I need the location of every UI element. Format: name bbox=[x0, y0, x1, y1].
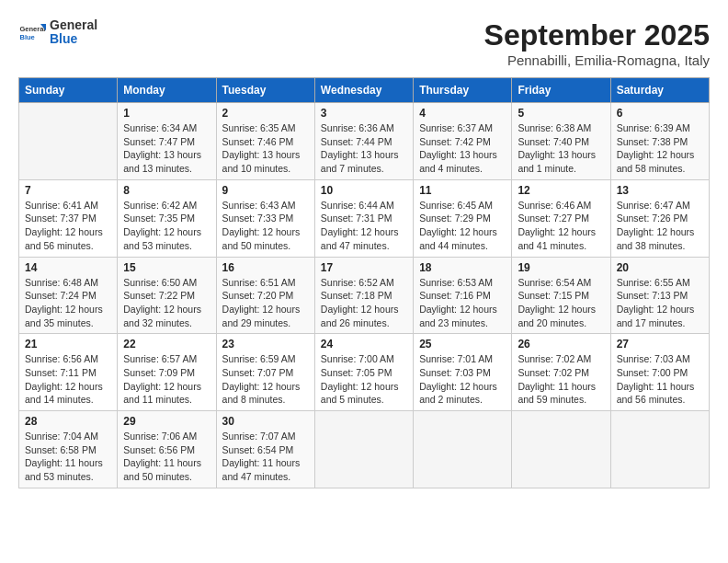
calendar-cell: 17Sunrise: 6:52 AM Sunset: 7:18 PM Dayli… bbox=[314, 257, 413, 334]
calendar-cell: 25Sunrise: 7:01 AM Sunset: 7:03 PM Dayli… bbox=[414, 334, 512, 411]
day-number: 12 bbox=[518, 184, 604, 197]
day-number: 19 bbox=[518, 261, 604, 274]
day-info: Sunrise: 7:06 AM Sunset: 6:56 PM Dayligh… bbox=[123, 430, 210, 484]
calendar-cell: 6Sunrise: 6:39 AM Sunset: 7:38 PM Daylig… bbox=[610, 103, 709, 180]
day-number: 1 bbox=[123, 107, 210, 120]
calendar-cell: 26Sunrise: 7:02 AM Sunset: 7:02 PM Dayli… bbox=[512, 334, 610, 411]
day-number: 20 bbox=[617, 261, 703, 274]
day-info: Sunrise: 6:57 AM Sunset: 7:09 PM Dayligh… bbox=[123, 352, 210, 407]
calendar-cell bbox=[512, 411, 610, 488]
day-info: Sunrise: 6:47 AM Sunset: 7:26 PM Dayligh… bbox=[617, 199, 703, 253]
day-number: 25 bbox=[419, 338, 506, 350]
month-title: September 2025 bbox=[484, 18, 710, 52]
day-info: Sunrise: 6:41 AM Sunset: 7:37 PM Dayligh… bbox=[25, 199, 111, 253]
calendar-cell: 19Sunrise: 6:54 AM Sunset: 7:15 PM Dayli… bbox=[512, 257, 610, 334]
week-row-2: 7Sunrise: 6:41 AM Sunset: 7:37 PM Daylig… bbox=[19, 179, 710, 257]
calendar-cell: 27Sunrise: 7:03 AM Sunset: 7:00 PM Dayli… bbox=[610, 334, 709, 411]
calendar-cell: 13Sunrise: 6:47 AM Sunset: 7:26 PM Dayli… bbox=[610, 179, 709, 257]
day-number: 29 bbox=[123, 415, 210, 428]
day-info: Sunrise: 7:01 AM Sunset: 7:03 PM Dayligh… bbox=[419, 352, 506, 407]
calendar-cell: 8Sunrise: 6:42 AM Sunset: 7:35 PM Daylig… bbox=[118, 179, 216, 257]
day-info: Sunrise: 6:39 AM Sunset: 7:38 PM Dayligh… bbox=[617, 121, 703, 176]
day-number: 26 bbox=[518, 338, 604, 350]
day-info: Sunrise: 6:54 AM Sunset: 7:15 PM Dayligh… bbox=[518, 276, 604, 330]
day-info: Sunrise: 6:50 AM Sunset: 7:22 PM Dayligh… bbox=[123, 276, 210, 330]
title-block: September 2025 Pennabilli, Emilia-Romagn… bbox=[484, 18, 710, 68]
week-row-1: 1Sunrise: 6:34 AM Sunset: 7:47 PM Daylig… bbox=[19, 103, 710, 180]
calendar-cell: 5Sunrise: 6:38 AM Sunset: 7:40 PM Daylig… bbox=[512, 103, 610, 180]
logo-general-text: General bbox=[50, 18, 97, 32]
calendar-cell: 24Sunrise: 7:00 AM Sunset: 7:05 PM Dayli… bbox=[314, 334, 413, 411]
day-info: Sunrise: 6:43 AM Sunset: 7:33 PM Dayligh… bbox=[222, 199, 309, 253]
day-number: 2 bbox=[222, 107, 309, 120]
day-info: Sunrise: 6:52 AM Sunset: 7:18 PM Dayligh… bbox=[321, 276, 407, 330]
calendar-cell: 20Sunrise: 6:55 AM Sunset: 7:13 PM Dayli… bbox=[610, 257, 709, 334]
calendar-cell: 1Sunrise: 6:34 AM Sunset: 7:47 PM Daylig… bbox=[118, 103, 216, 180]
day-number: 5 bbox=[518, 107, 604, 120]
week-row-3: 14Sunrise: 6:48 AM Sunset: 7:24 PM Dayli… bbox=[19, 257, 710, 334]
day-number: 22 bbox=[123, 338, 210, 350]
day-info: Sunrise: 6:34 AM Sunset: 7:47 PM Dayligh… bbox=[123, 121, 210, 176]
day-info: Sunrise: 6:36 AM Sunset: 7:44 PM Dayligh… bbox=[321, 121, 407, 176]
calendar-cell: 14Sunrise: 6:48 AM Sunset: 7:24 PM Dayli… bbox=[19, 257, 118, 334]
calendar-cell: 15Sunrise: 6:50 AM Sunset: 7:22 PM Dayli… bbox=[118, 257, 216, 334]
calendar-cell: 12Sunrise: 6:46 AM Sunset: 7:27 PM Dayli… bbox=[512, 179, 610, 257]
calendar-cell bbox=[314, 411, 413, 488]
day-info: Sunrise: 6:42 AM Sunset: 7:35 PM Dayligh… bbox=[123, 199, 210, 253]
day-info: Sunrise: 7:03 AM Sunset: 7:00 PM Dayligh… bbox=[617, 352, 703, 407]
day-number: 3 bbox=[321, 107, 407, 120]
day-info: Sunrise: 6:35 AM Sunset: 7:46 PM Dayligh… bbox=[222, 121, 309, 176]
day-number: 13 bbox=[617, 184, 703, 197]
calendar-cell: 10Sunrise: 6:44 AM Sunset: 7:31 PM Dayli… bbox=[314, 179, 413, 257]
day-number: 27 bbox=[617, 338, 703, 350]
calendar-cell: 7Sunrise: 6:41 AM Sunset: 7:37 PM Daylig… bbox=[19, 179, 118, 257]
day-info: Sunrise: 7:00 AM Sunset: 7:05 PM Dayligh… bbox=[321, 352, 407, 407]
day-info: Sunrise: 6:51 AM Sunset: 7:20 PM Dayligh… bbox=[222, 276, 309, 330]
svg-text:General: General bbox=[20, 25, 46, 33]
day-info: Sunrise: 6:46 AM Sunset: 7:27 PM Dayligh… bbox=[518, 199, 604, 253]
day-number: 8 bbox=[123, 184, 210, 197]
week-row-5: 28Sunrise: 7:04 AM Sunset: 6:58 PM Dayli… bbox=[19, 411, 710, 488]
calendar-cell bbox=[610, 411, 709, 488]
day-info: Sunrise: 6:45 AM Sunset: 7:29 PM Dayligh… bbox=[419, 199, 506, 253]
calendar-cell: 4Sunrise: 6:37 AM Sunset: 7:42 PM Daylig… bbox=[414, 103, 512, 180]
day-number: 23 bbox=[222, 338, 309, 350]
day-info: Sunrise: 7:02 AM Sunset: 7:02 PM Dayligh… bbox=[518, 352, 604, 407]
day-info: Sunrise: 6:44 AM Sunset: 7:31 PM Dayligh… bbox=[321, 199, 407, 253]
logo-icon: General Blue bbox=[18, 18, 46, 46]
day-info: Sunrise: 6:38 AM Sunset: 7:40 PM Dayligh… bbox=[518, 121, 604, 176]
day-number: 10 bbox=[321, 184, 407, 197]
day-number: 24 bbox=[321, 338, 407, 350]
weekday-header-monday: Monday bbox=[118, 78, 216, 103]
calendar-cell: 28Sunrise: 7:04 AM Sunset: 6:58 PM Dayli… bbox=[19, 411, 118, 488]
day-info: Sunrise: 6:59 AM Sunset: 7:07 PM Dayligh… bbox=[222, 352, 309, 407]
calendar-cell: 11Sunrise: 6:45 AM Sunset: 7:29 PM Dayli… bbox=[414, 179, 512, 257]
day-number: 17 bbox=[321, 261, 407, 274]
page-header: General Blue General Blue September 2025… bbox=[18, 18, 710, 68]
calendar-cell bbox=[19, 103, 118, 180]
calendar-cell: 3Sunrise: 6:36 AM Sunset: 7:44 PM Daylig… bbox=[314, 103, 413, 180]
day-number: 14 bbox=[25, 261, 111, 274]
day-number: 28 bbox=[25, 415, 111, 428]
day-number: 9 bbox=[222, 184, 309, 197]
svg-text:Blue: Blue bbox=[20, 33, 35, 41]
weekday-header-wednesday: Wednesday bbox=[314, 78, 413, 103]
weekday-header-friday: Friday bbox=[512, 78, 610, 103]
day-number: 21 bbox=[25, 338, 111, 350]
day-info: Sunrise: 7:04 AM Sunset: 6:58 PM Dayligh… bbox=[25, 430, 111, 484]
day-number: 16 bbox=[222, 261, 309, 274]
weekday-header-sunday: Sunday bbox=[19, 78, 118, 103]
day-info: Sunrise: 6:55 AM Sunset: 7:13 PM Dayligh… bbox=[617, 276, 703, 330]
week-row-4: 21Sunrise: 6:56 AM Sunset: 7:11 PM Dayli… bbox=[19, 334, 710, 411]
day-info: Sunrise: 6:37 AM Sunset: 7:42 PM Dayligh… bbox=[419, 121, 506, 176]
calendar-cell: 2Sunrise: 6:35 AM Sunset: 7:46 PM Daylig… bbox=[216, 103, 314, 180]
day-number: 11 bbox=[419, 184, 506, 197]
day-info: Sunrise: 6:56 AM Sunset: 7:11 PM Dayligh… bbox=[25, 352, 111, 407]
calendar-cell: 29Sunrise: 7:06 AM Sunset: 6:56 PM Dayli… bbox=[118, 411, 216, 488]
weekday-header-thursday: Thursday bbox=[414, 78, 512, 103]
calendar-table: SundayMondayTuesdayWednesdayThursdayFrid… bbox=[18, 77, 710, 488]
calendar-cell: 18Sunrise: 6:53 AM Sunset: 7:16 PM Dayli… bbox=[414, 257, 512, 334]
calendar-cell: 30Sunrise: 7:07 AM Sunset: 6:54 PM Dayli… bbox=[216, 411, 314, 488]
day-number: 7 bbox=[25, 184, 111, 197]
weekday-header-tuesday: Tuesday bbox=[216, 78, 314, 103]
